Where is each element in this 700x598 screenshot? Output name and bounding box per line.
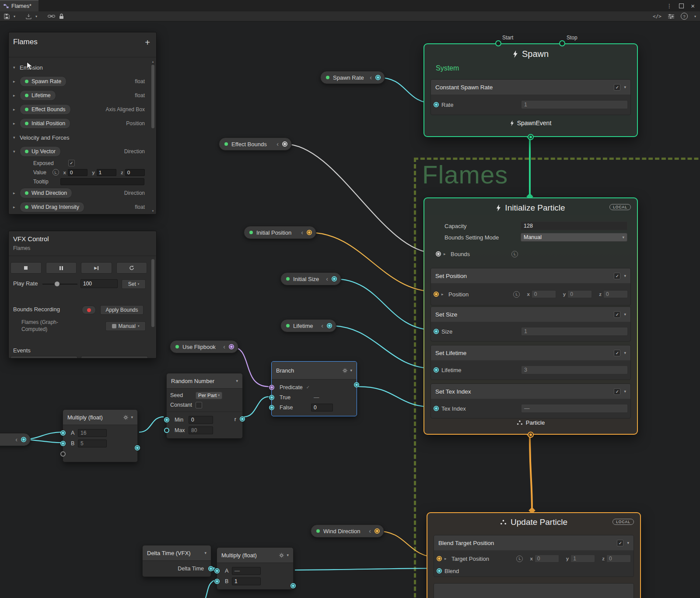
save-template-dropdown-icon[interactable]: ▾ — [35, 14, 37, 18]
play-rate-slider-thumb[interactable] — [55, 281, 60, 286]
blackboard-scrollbar[interactable]: ▲ ▼ — [151, 60, 155, 212]
collapse-icon[interactable]: ‹ — [369, 528, 371, 535]
pause-button[interactable] — [46, 262, 77, 274]
false-field[interactable]: 0 — [311, 404, 333, 412]
chevron-down-icon[interactable]: ▾ — [624, 85, 626, 89]
operator-multiply-2[interactable]: Multiply (float) ▾ A — B 1 — [217, 547, 294, 590]
scroll-up-icon[interactable]: ▲ — [151, 60, 155, 63]
expander-icon[interactable]: ▸ — [444, 252, 448, 256]
expander-icon[interactable]: ▸ — [13, 121, 20, 126]
b-field[interactable]: 5 — [78, 440, 107, 447]
collapse-icon[interactable]: ‹ — [321, 322, 323, 329]
input-port-lifetime[interactable] — [434, 367, 439, 373]
output-port-float[interactable] — [375, 75, 381, 80]
x-field[interactable]: 0 — [68, 169, 88, 176]
input-port-blend[interactable] — [437, 568, 442, 573]
filter-sliders-icon[interactable] — [668, 14, 674, 19]
space-toggle-icon[interactable]: L — [513, 291, 520, 298]
step-button[interactable]: ▶ — [81, 262, 112, 274]
save-button[interactable] — [4, 14, 10, 19]
z-field[interactable]: 0 — [606, 555, 631, 563]
context-spawn[interactable]: Start Stop Spawn System Constant Spawn R… — [424, 43, 638, 137]
add-property-button[interactable]: + — [145, 38, 150, 48]
z-field[interactable]: 0 — [603, 290, 628, 298]
input-port-a[interactable] — [60, 430, 66, 436]
output-port-aabox[interactable] — [282, 141, 287, 147]
save-template-button[interactable] — [26, 14, 32, 19]
output-port-float[interactable] — [21, 437, 26, 442]
expander-icon[interactable]: ▸ — [13, 191, 20, 195]
chevron-down-icon[interactable]: ▾ — [624, 389, 626, 394]
close-icon[interactable]: × — [691, 2, 695, 10]
flow-input-port-start[interactable] — [495, 40, 501, 46]
blackboard-item-wind-drag-intensity[interactable]: ▸ Wind Drag Intensity float — [9, 200, 156, 214]
flow-input-port-stop[interactable] — [559, 40, 565, 46]
gear-icon[interactable] — [123, 415, 128, 420]
max-field[interactable]: 80 — [189, 426, 213, 434]
chevron-down-icon[interactable]: ▾ — [131, 415, 133, 419]
rate-field[interactable]: 1 — [521, 100, 628, 109]
block-enabled-checkbox[interactable]: ✓ — [617, 540, 623, 546]
help-icon[interactable]: ? — [681, 13, 688, 20]
output-port[interactable] — [208, 566, 214, 571]
input-port-rate[interactable] — [434, 102, 439, 107]
expander-icon[interactable]: ▸ — [441, 292, 446, 296]
exposed-checkbox[interactable]: ✓ — [68, 160, 75, 166]
expander-icon[interactable]: ▸ — [13, 205, 20, 209]
block-enabled-checkbox[interactable]: ✓ — [614, 350, 620, 356]
input-port-tex-index[interactable] — [434, 406, 439, 411]
block-enabled-checkbox[interactable]: ✓ — [614, 84, 620, 91]
wire-random-to-true[interactable] — [244, 397, 269, 417]
input-port-b[interactable] — [214, 579, 220, 584]
collapse-icon[interactable]: ‹ — [370, 74, 372, 81]
blackboard-section-velocity[interactable]: ▾ Velocity and Forces — [9, 130, 156, 144]
maximize-icon[interactable] — [679, 4, 684, 8]
lifetime-field[interactable]: 3 — [521, 366, 628, 374]
lock-button[interactable] — [59, 14, 64, 19]
output-port-float[interactable] — [332, 276, 337, 281]
save-dropdown-icon[interactable]: ▾ — [14, 14, 15, 18]
gear-icon[interactable] — [279, 553, 284, 558]
input-port-a[interactable] — [214, 568, 220, 573]
space-toggle-icon[interactable]: L — [511, 251, 518, 257]
y-field[interactable]: 1 — [570, 555, 595, 563]
block-enabled-checkbox[interactable]: ✓ — [614, 311, 620, 318]
x-field[interactable]: 0 — [535, 555, 559, 563]
output-port[interactable] — [354, 382, 359, 387]
restart-button[interactable] — [116, 262, 147, 274]
chevron-down-icon[interactable]: ▾ — [204, 551, 206, 555]
tooltip-field[interactable] — [60, 178, 144, 185]
play-rate-field[interactable]: 100 — [80, 279, 118, 288]
chevron-down-icon[interactable]: ▾ — [627, 541, 629, 545]
b-field[interactable]: 1 — [232, 577, 261, 585]
output-port-float[interactable] — [327, 323, 332, 328]
capacity-field[interactable]: 128 — [521, 222, 627, 230]
collapse-icon[interactable]: ‹ — [223, 343, 225, 350]
operator-random-number[interactable]: Random Number ▾ Seed Per Part ▾ Constant… — [166, 373, 243, 439]
bounds-mode-dropdown[interactable]: Manual▾ — [521, 233, 627, 242]
chevron-down-icon[interactable]: ▾ — [287, 553, 289, 557]
a-field[interactable]: 16 — [78, 429, 107, 437]
chevron-down-icon[interactable]: ▾ — [13, 65, 20, 70]
chevron-down-icon[interactable]: ▾ — [13, 135, 20, 140]
input-port-false[interactable] — [269, 405, 274, 410]
parameter-node-effect-bounds[interactable]: Effect Bounds ‹ — [219, 137, 292, 151]
toolbar-dropdown-icon[interactable]: ▾ — [694, 14, 696, 18]
block-enabled-checkbox[interactable]: ✓ — [614, 273, 620, 279]
input-port-size[interactable] — [434, 329, 439, 334]
play-rate-slider-track[interactable] — [42, 284, 77, 285]
collapse-icon[interactable]: ‹ — [276, 141, 279, 148]
input-port-predicate[interactable] — [269, 385, 274, 390]
scrollbar-thumb[interactable] — [151, 65, 154, 128]
operator-delta-time[interactable]: Delta Time (VFX) ▾ Delta Time — [142, 545, 211, 577]
chevron-down-icon[interactable]: ▾ — [13, 149, 20, 154]
output-port-direction[interactable] — [374, 528, 380, 534]
chevron-down-icon[interactable]: ▾ — [624, 274, 626, 278]
size-field[interactable]: 1 — [521, 327, 628, 336]
collapse-icon[interactable]: ‹ — [15, 436, 18, 443]
operator-branch[interactable]: Branch ▾ Predicate ✓ True — False 0 — [271, 361, 357, 416]
scroll-down-icon[interactable]: ▼ — [151, 210, 155, 212]
input-port-max[interactable] — [164, 428, 169, 433]
input-port-min[interactable] — [164, 417, 169, 422]
chevron-down-icon[interactable]: ▾ — [624, 312, 626, 317]
